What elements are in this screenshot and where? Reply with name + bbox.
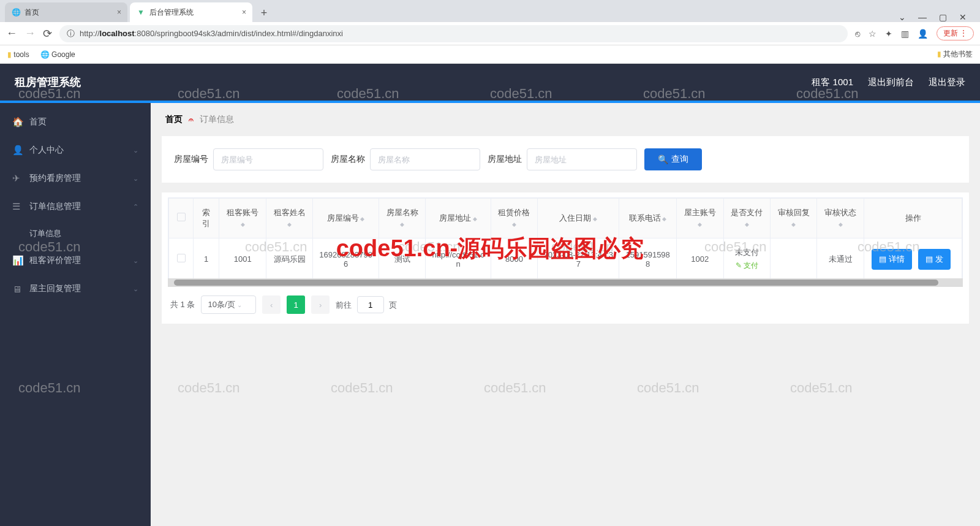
- to-front-link[interactable]: 退出到前台: [868, 77, 914, 88]
- sort-icon[interactable]: ◆: [661, 216, 667, 222]
- chevron-down-icon: ⌄: [133, 147, 138, 154]
- main-content: 首页 𝄐 订单信息 房屋编号 房屋名称 房屋地址 🔍查询 索引 租客账号 ◆ 租…: [151, 103, 980, 526]
- bookmarks-bar: ▮ tools 🌐 Google ▮ 其他书签: [0, 45, 980, 64]
- window-controls: ⌄ — ▢ ✕: [890, 12, 975, 22]
- info-icon: ⓘ: [67, 28, 75, 39]
- list-icon: ☰: [12, 201, 23, 212]
- sidebar-item-home[interactable]: 🏠首页: [0, 108, 151, 136]
- sidebar-item-review[interactable]: 📊租客评价管理⌄: [0, 246, 151, 275]
- globe-icon: 🌐: [11, 7, 21, 17]
- label-house-name: 房屋名称: [331, 154, 365, 165]
- monitor-icon: 🖥: [12, 284, 23, 294]
- search-panel: 房屋编号 房屋名称 房屋地址 🔍查询: [162, 136, 969, 183]
- breadcrumb: 首页 𝄐 订单信息: [162, 112, 969, 128]
- close-icon[interactable]: ×: [117, 8, 121, 17]
- label-house-no: 房屋编号: [174, 154, 208, 165]
- send-button[interactable]: ▤ 发: [918, 249, 951, 270]
- other-bookmarks[interactable]: ▮ 其他书签: [937, 49, 973, 59]
- browser-tab-1[interactable]: ▼ 后台管理系统 ×: [130, 2, 252, 22]
- sidebar-subitem-orderinfo[interactable]: 订单信息: [24, 221, 151, 246]
- separator-icon: 𝄐: [189, 115, 194, 125]
- vue-icon: ▼: [136, 7, 146, 17]
- close-icon[interactable]: ×: [242, 8, 246, 17]
- checkbox-all[interactable]: [177, 213, 186, 221]
- user-icon: 👤: [12, 145, 23, 156]
- sidebar-item-reply[interactable]: 🖥屋主回复管理⌄: [0, 275, 151, 303]
- bookmark-google[interactable]: 🌐 Google: [40, 50, 75, 59]
- chevron-down-icon: ⌄: [133, 175, 138, 183]
- sort-icon[interactable]: ◆: [591, 216, 597, 222]
- tab-label: 后台管理系统: [149, 7, 194, 18]
- sidebar-item-profile[interactable]: 👤个人中心⌄: [0, 136, 151, 164]
- chevron-up-icon: ⌃: [133, 203, 138, 211]
- app-header: 租房管理系统 租客 1001 退出到前台 退出登录: [0, 64, 980, 101]
- search-icon: 🔍: [658, 154, 668, 164]
- sort-icon[interactable]: ◆: [359, 216, 365, 222]
- page-1-button[interactable]: 1: [287, 295, 305, 314]
- sort-icon[interactable]: ◆: [512, 221, 516, 227]
- sort-icon[interactable]: ◆: [791, 221, 796, 227]
- query-button[interactable]: 🔍查询: [644, 148, 702, 170]
- profile-icon[interactable]: 👤: [918, 29, 928, 39]
- browser-tabs: 🌐 首页 × ▼ 后台管理系统 × + ⌄ — ▢ ✕: [0, 0, 980, 22]
- sort-icon[interactable]: ◆: [745, 221, 749, 227]
- star-icon[interactable]: ☆: [869, 29, 876, 39]
- input-house-no[interactable]: [213, 148, 323, 170]
- breadcrumb-home[interactable]: 首页: [165, 114, 183, 125]
- sort-icon[interactable]: ◆: [698, 221, 702, 227]
- maximize-icon[interactable]: ▢: [939, 12, 947, 22]
- send-icon: ✈: [12, 173, 23, 184]
- horizontal-scrollbar[interactable]: [168, 278, 963, 287]
- sidebar-item-orders[interactable]: ☰订单信息管理⌃: [0, 192, 151, 221]
- orders-table: 索引 租客账号 ◆ 租客姓名 ◆ 房屋编号 ◆ 房屋名称 ◆ 房屋地址 ◆ 租赁…: [168, 198, 962, 280]
- share-icon[interactable]: ⎋: [855, 29, 860, 39]
- close-window-icon[interactable]: ✕: [959, 12, 967, 22]
- checkbox-row[interactable]: [177, 254, 186, 262]
- bookmark-tools[interactable]: ▮ tools: [7, 50, 29, 59]
- sidebar-item-appointment[interactable]: ✈预约看房管理⌄: [0, 164, 151, 192]
- table-panel: 索引 租客账号 ◆ 租客姓名 ◆ 房屋编号 ◆ 房屋名称 ◆ 房屋地址 ◆ 租赁…: [162, 192, 969, 324]
- sort-icon[interactable]: ◆: [400, 221, 404, 227]
- sort-icon[interactable]: ◆: [839, 221, 843, 227]
- input-house-addr[interactable]: [527, 148, 637, 170]
- sort-icon[interactable]: ◆: [241, 221, 245, 227]
- tab-label: 首页: [24, 7, 39, 18]
- chevron-down-icon: ⌄: [133, 257, 138, 265]
- table-row: 1 1001 源码乐园 1692682837906 测试 http://code…: [169, 238, 962, 280]
- url-input[interactable]: ⓘ http://localhost:8080/springboot94sk3/…: [59, 25, 848, 42]
- logout-link[interactable]: 退出登录: [929, 77, 965, 88]
- back-icon[interactable]: ←: [6, 27, 17, 40]
- page-size-select[interactable]: 10条/页 ⌄: [201, 295, 256, 314]
- detail-button[interactable]: ▤ 详情: [872, 249, 912, 270]
- sort-icon[interactable]: ◆: [471, 216, 477, 222]
- prev-page-button[interactable]: ‹: [262, 295, 281, 314]
- sort-icon[interactable]: ◆: [287, 221, 292, 227]
- total-count: 共 1 条: [170, 299, 195, 310]
- forward-icon[interactable]: →: [24, 27, 36, 40]
- address-bar: ← → ⟳ ⓘ http://localhost:8080/springboot…: [0, 22, 980, 45]
- page-jump-input[interactable]: [357, 296, 384, 313]
- page-jump: 前往 页: [336, 296, 397, 313]
- pay-link[interactable]: ✎ 支付: [736, 261, 758, 271]
- update-pill[interactable]: 更新 ⋮: [937, 26, 974, 40]
- next-page-button[interactable]: ›: [311, 295, 330, 314]
- chart-icon: 📊: [12, 255, 23, 266]
- new-tab-button[interactable]: +: [255, 4, 273, 22]
- chevron-down-icon[interactable]: ⌄: [899, 12, 906, 22]
- pagination: 共 1 条 10条/页 ⌄ ‹ 1 › 前往 页: [168, 287, 963, 314]
- sidebar: 🏠首页 👤个人中心⌄ ✈预约看房管理⌄ ☰订单信息管理⌃ 订单信息 📊租客评价管…: [0, 103, 151, 526]
- reload-icon[interactable]: ⟳: [43, 27, 52, 40]
- user-label[interactable]: 租客 1001: [812, 77, 853, 88]
- panel-icon[interactable]: ▥: [901, 29, 909, 39]
- minimize-icon[interactable]: —: [918, 12, 927, 22]
- label-house-addr: 房屋地址: [488, 154, 522, 165]
- input-house-name[interactable]: [370, 148, 480, 170]
- home-icon: 🏠: [12, 116, 23, 128]
- extensions-icon[interactable]: ✦: [885, 29, 892, 39]
- breadcrumb-current: 订单信息: [200, 114, 234, 125]
- browser-tab-0[interactable]: 🌐 首页 ×: [5, 2, 127, 22]
- chevron-down-icon: ⌄: [133, 285, 138, 293]
- app-title: 租房管理系统: [15, 75, 81, 90]
